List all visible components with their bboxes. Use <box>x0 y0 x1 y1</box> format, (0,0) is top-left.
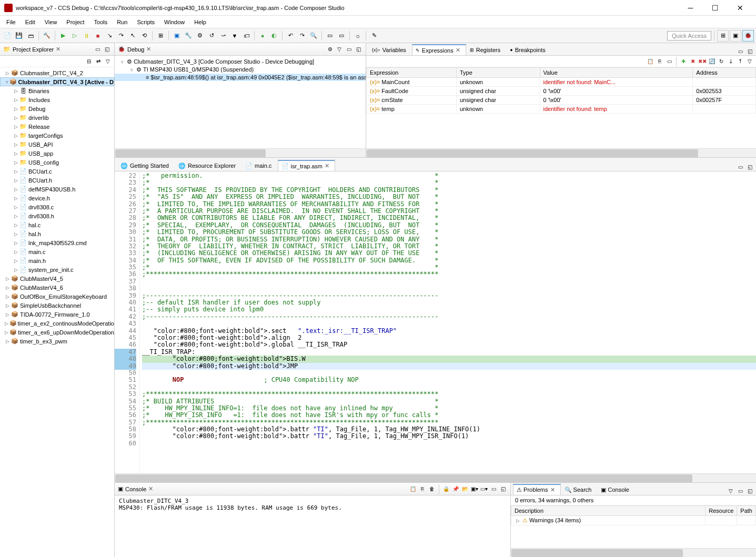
minimize-pane-icon[interactable]: ▭ <box>489 485 498 493</box>
tree-item[interactable]: ▷📁USB_API <box>0 140 114 149</box>
tool12-icon[interactable]: ▭ <box>336 31 347 41</box>
code-editor[interactable]: ;* permission. *;* *;* THIS SOFTWARE IS … <box>140 171 756 473</box>
close-icon[interactable]: ✕ <box>146 46 151 53</box>
tree-item[interactable]: ▷📦ClubMasterV4_6 <box>0 283 114 292</box>
tree-item[interactable]: ▷📄drv8308.h <box>0 211 114 220</box>
tree-item[interactable]: ▷📁driverlib <box>0 113 114 122</box>
table-row[interactable]: (x)= tempunknownidentifier not found: te… <box>367 105 756 114</box>
tree-item[interactable]: ▷📄device.h <box>0 194 114 202</box>
tree-item[interactable]: ▷📦ClubMasterV4_5 <box>0 274 114 283</box>
console-scroll-lock-icon[interactable]: 🔒 <box>442 485 450 493</box>
minimize-pane-icon[interactable]: ▭ <box>736 487 744 495</box>
tool11-icon[interactable]: ▭ <box>325 31 335 41</box>
close-icon[interactable]: ✕ <box>56 46 61 53</box>
minimize-pane-icon[interactable]: ▭ <box>736 163 744 171</box>
link-editor-icon[interactable]: ⇄ <box>94 57 103 66</box>
column-header[interactable]: Path <box>737 506 756 516</box>
debug-row[interactable]: ≡ $isr_trap.asm:48:59$() at isr_trap.asm… <box>115 74 366 81</box>
scrollbar-horizontal[interactable] <box>115 473 756 482</box>
menu-project[interactable]: Project <box>62 17 88 27</box>
tool7-icon[interactable]: ● <box>257 31 268 41</box>
tree-item[interactable]: ▷📁targetConfigs <box>0 131 114 140</box>
tab-problems[interactable]: ⚠ Problems ✕ <box>513 484 561 495</box>
tree-item[interactable]: ▷📄BCUart.h <box>0 176 114 185</box>
minimize-button[interactable]: ─ <box>679 1 702 15</box>
view-menu-icon[interactable]: ▽ <box>727 487 735 495</box>
expr-tool1-icon[interactable]: 📋 <box>646 57 654 66</box>
column-header[interactable]: Resource <box>705 506 737 516</box>
tab-search[interactable]: 🔍 Search <box>561 484 598 495</box>
tree-item[interactable]: ▷🗄Binaries <box>0 86 114 95</box>
view-menu-icon[interactable]: ▽ <box>745 57 754 66</box>
console-tool2-icon[interactable]: ⎘ <box>418 485 427 493</box>
stop-icon[interactable]: ■ <box>93 31 103 41</box>
project-tree[interactable]: ▷📦Clubmaster_DITC_V4_2▿📦Clubmaster_DITC_… <box>0 67 114 557</box>
tree-item[interactable]: ▷📦timer_a_ex6_upDownModeOperation <box>0 328 114 337</box>
console-tool3-icon[interactable]: ▭▾ <box>480 485 488 493</box>
tool9-icon[interactable]: ↶ <box>285 31 296 41</box>
expr-tool2-icon[interactable]: ⎘ <box>656 57 664 66</box>
tree-item[interactable]: ▷📦Clubmaster_DITC_V4_2 <box>0 68 114 77</box>
console-tool1-icon[interactable]: 📋 <box>409 485 417 493</box>
editor-tab[interactable]: 📄 main.c <box>241 160 277 171</box>
tree-item[interactable]: ▷📄hal.c <box>0 220 114 229</box>
quick-access[interactable]: Quick Access <box>667 31 711 40</box>
search-icon[interactable]: 🔍 <box>308 31 319 41</box>
column-header[interactable]: Address <box>693 68 756 78</box>
tool4-icon[interactable]: ⤻ <box>218 31 228 41</box>
menu-window[interactable]: Window <box>160 17 189 27</box>
tree-item[interactable]: ▷📁Includes <box>0 95 114 104</box>
tool13-icon[interactable]: ☼ <box>352 31 363 41</box>
minimize-pane-icon[interactable]: ▭ <box>345 45 353 54</box>
expr-tool5-icon[interactable]: ⤓ <box>727 57 735 66</box>
perspective-debug-icon[interactable]: 🐞 <box>742 30 754 42</box>
console-open-icon[interactable]: 📂 <box>461 485 469 493</box>
menu-scripts[interactable]: Scripts <box>133 17 159 27</box>
expressions-table[interactable]: ExpressionTypeValueAddress (x)= MainCoun… <box>366 67 756 114</box>
tree-item[interactable]: ▷📦SimpleUsbBackchannel <box>0 301 114 310</box>
expr-tool6-icon[interactable]: ⤒ <box>736 57 744 66</box>
maximize-pane-icon[interactable]: ◱ <box>103 45 111 54</box>
tree-item[interactable]: ▷📄main.h <box>0 256 114 265</box>
editor-tab[interactable]: 🌐 Resource Explorer <box>175 160 241 171</box>
maximize-pane-icon[interactable]: ◱ <box>745 47 754 55</box>
expr-remove-icon[interactable]: ✖ <box>689 57 697 66</box>
tree-item[interactable]: ▷📄drv8308.c <box>0 202 114 211</box>
maximize-pane-icon[interactable]: ◱ <box>499 485 507 493</box>
close-button[interactable]: ✕ <box>728 1 752 15</box>
chip-icon[interactable]: ▣ <box>172 31 182 41</box>
minimize-pane-icon[interactable]: ▭ <box>736 47 744 55</box>
tree-item[interactable]: ▷📄lnk_msp430f5529.cmd <box>0 238 114 247</box>
menu-run[interactable]: Run <box>113 17 132 27</box>
perspective-open-icon[interactable]: ⊞ <box>717 30 729 42</box>
tool3-icon[interactable]: ↺ <box>206 31 217 41</box>
console-pin-icon[interactable]: 📌 <box>451 485 460 493</box>
tree-item[interactable]: ▷📁USB_config <box>0 158 114 167</box>
table-row[interactable]: (x)= FaultCodeunsigned char0 '\x00'0x002… <box>367 87 756 96</box>
close-icon[interactable]: ✕ <box>148 485 153 492</box>
tree-item[interactable]: ▷📦TIDA-00772_Firmware_1.0 <box>0 310 114 319</box>
menu-view[interactable]: View <box>41 17 62 27</box>
expr-tool3-icon[interactable]: ▭ <box>665 57 673 66</box>
tab-registers[interactable]: ⊞ Registers <box>466 44 506 55</box>
scrollbar-horizontal[interactable] <box>366 148 756 157</box>
tab-breakpoints[interactable]: ● Breakpoints <box>506 44 551 55</box>
debug-tool-icon[interactable]: ⚙ <box>326 45 334 54</box>
save-all-icon[interactable]: 🗃 <box>25 31 36 41</box>
tab-variables[interactable]: (x)= Variables <box>368 44 412 55</box>
save-icon[interactable]: 💾 <box>14 31 24 41</box>
maximize-button[interactable]: ☐ <box>703 1 727 15</box>
build-icon[interactable]: 🔨 <box>42 31 52 41</box>
editor-tab[interactable]: 📄 isr_trap.asm ✕ <box>278 160 336 171</box>
column-header[interactable]: Value <box>540 68 693 78</box>
debug-icon[interactable]: ▶ <box>58 31 68 41</box>
menu-edit[interactable]: Edit <box>21 17 39 27</box>
maximize-pane-icon[interactable]: ◱ <box>745 487 754 495</box>
debug-row[interactable]: ▿ ⚙ TI MSP430 USB1_0/MSP430 (Suspended) <box>115 66 366 74</box>
restart-icon[interactable]: ⟲ <box>139 31 149 41</box>
console-display-icon[interactable]: ▣▾ <box>470 485 479 493</box>
maximize-pane-icon[interactable]: ◱ <box>354 45 362 54</box>
run-icon[interactable]: ▷ <box>69 31 80 41</box>
menu-help[interactable]: Help <box>190 17 210 27</box>
column-header[interactable]: Description <box>511 506 705 516</box>
